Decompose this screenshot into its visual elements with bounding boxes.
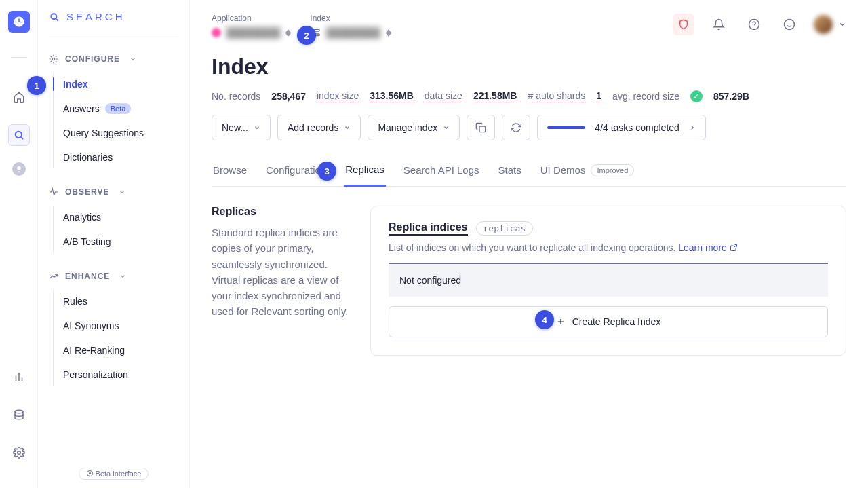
- refresh-icon: [511, 122, 521, 133]
- stats-row: No. records 258,467 index size 313.56MB …: [212, 90, 846, 102]
- nav-analytics[interactable]: Analytics: [63, 206, 178, 228]
- annotation-4: 4: [535, 310, 554, 329]
- svg-point-4: [52, 58, 55, 60]
- progress-bar: [547, 126, 585, 129]
- replicas-side-desc: Standard replica indices are copies of y…: [212, 225, 354, 320]
- new-button[interactable]: New...: [212, 115, 271, 140]
- nav-ai-reranking[interactable]: AI Re-Ranking: [63, 339, 178, 361]
- add-records-button[interactable]: Add records: [277, 115, 361, 140]
- sort-icon: [386, 29, 391, 37]
- section-observe[interactable]: OBSERVE: [49, 182, 178, 202]
- tab-search-api-logs[interactable]: Search API Logs: [402, 157, 481, 186]
- svg-point-1: [15, 410, 23, 413]
- tab-browse[interactable]: Browse: [212, 157, 248, 186]
- nav-query-suggestions[interactable]: Query Suggestions: [63, 122, 178, 144]
- analytics-rail-icon[interactable]: [8, 366, 30, 388]
- user-menu[interactable]: [814, 15, 846, 34]
- tabs: Browse Configuration Replicas Search API…: [212, 157, 846, 187]
- create-replica-button[interactable]: 4 Create Replica Index: [389, 306, 828, 337]
- avatar: [814, 15, 833, 34]
- help-icon[interactable]: [743, 14, 765, 35]
- manage-index-button[interactable]: Manage index: [368, 115, 460, 140]
- learn-more-link[interactable]: Learn more: [678, 242, 738, 253]
- nav-index[interactable]: Index: [63, 73, 178, 95]
- app-color-dot: [212, 28, 221, 37]
- replicas-panel: Replica indices replicas List of indices…: [370, 206, 846, 356]
- tab-replicas[interactable]: Replicas: [344, 157, 386, 187]
- home-icon[interactable]: [8, 86, 30, 108]
- check-icon: ✓: [690, 90, 703, 102]
- svg-point-0: [15, 132, 21, 138]
- search-rail-icon[interactable]: [8, 124, 30, 146]
- plus-icon: [556, 317, 566, 326]
- settings-rail-icon[interactable]: [8, 442, 30, 464]
- nav-ab-testing[interactable]: A/B Testing: [63, 231, 178, 252]
- replicas-side-title: Replicas: [212, 206, 354, 218]
- svg-point-8: [785, 20, 795, 30]
- topbar: Application ████████ 2 Index ████████: [212, 14, 846, 38]
- smile-icon[interactable]: [778, 14, 800, 35]
- tab-stats[interactable]: Stats: [497, 157, 523, 186]
- main-content: Application ████████ 2 Index ████████: [190, 0, 868, 488]
- svg-point-2: [17, 451, 20, 455]
- nav-rules[interactable]: Rules: [63, 290, 178, 312]
- annotation-2: 2: [297, 26, 316, 45]
- copy-icon: [475, 122, 486, 133]
- annotation-3: 3: [317, 162, 336, 181]
- app-selector[interactable]: Application ████████ 2: [212, 14, 291, 38]
- copy-button[interactable]: [467, 115, 495, 140]
- panel-title: Replica indices: [389, 221, 468, 236]
- sort-icon: [285, 29, 291, 37]
- nav-personalization[interactable]: Personalization: [63, 364, 178, 386]
- shield-icon[interactable]: [673, 14, 694, 35]
- nav-rail: [0, 0, 38, 488]
- external-link-icon: [730, 244, 738, 252]
- logo-icon[interactable]: [8, 11, 30, 33]
- tasks-button[interactable]: 4/4 tasks completed: [537, 115, 706, 140]
- index-selector[interactable]: Index ████████: [310, 14, 391, 38]
- bell-icon[interactable]: [708, 14, 730, 35]
- nav-ai-synonyms[interactable]: AI Synonyms: [63, 315, 178, 337]
- annotation-1: 1: [27, 76, 46, 95]
- refresh-button[interactable]: [502, 115, 530, 140]
- tab-ui-demos[interactable]: UI Demos Improved: [539, 157, 636, 186]
- nav-dictionaries[interactable]: Dictionaries: [63, 147, 178, 168]
- database-rail-icon[interactable]: [8, 404, 30, 426]
- nav-answers[interactable]: Answers Beta: [63, 98, 178, 119]
- improved-badge: Improved: [591, 164, 634, 176]
- page-title: Index: [212, 54, 846, 79]
- sidebar-brand: SEARCH: [49, 11, 178, 35]
- section-enhance[interactable]: ENHANCE: [49, 266, 178, 286]
- section-configure[interactable]: CONFIGURE: [49, 49, 178, 69]
- beta-interface-pill[interactable]: ⦿ Beta interface: [79, 468, 149, 480]
- beta-badge: Beta: [105, 103, 132, 114]
- help-bulb-icon[interactable]: [12, 162, 26, 176]
- svg-rect-9: [479, 126, 486, 132]
- svg-point-3: [51, 14, 56, 19]
- sidebar: SEARCH CONFIGURE Index Answers Beta Quer…: [38, 0, 190, 488]
- chevron-down-icon: [838, 20, 846, 29]
- code-pill: replicas: [476, 221, 534, 236]
- not-configured-banner: Not configured: [389, 263, 828, 297]
